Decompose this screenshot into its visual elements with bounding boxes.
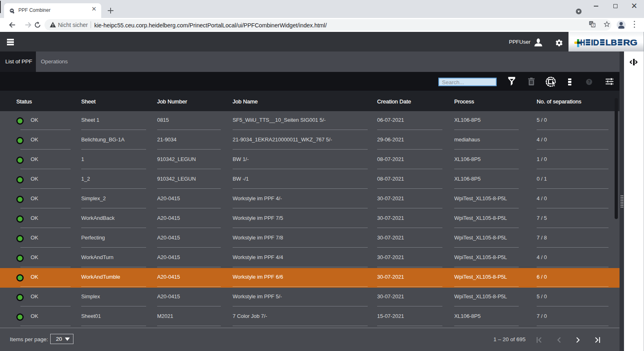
- svg-text:文: 文: [592, 23, 595, 27]
- svg-text:H: H: [580, 38, 585, 47]
- svg-text:ID: ID: [591, 38, 599, 47]
- svg-text:LB: LB: [606, 38, 617, 47]
- svg-text:RG: RG: [623, 38, 637, 47]
